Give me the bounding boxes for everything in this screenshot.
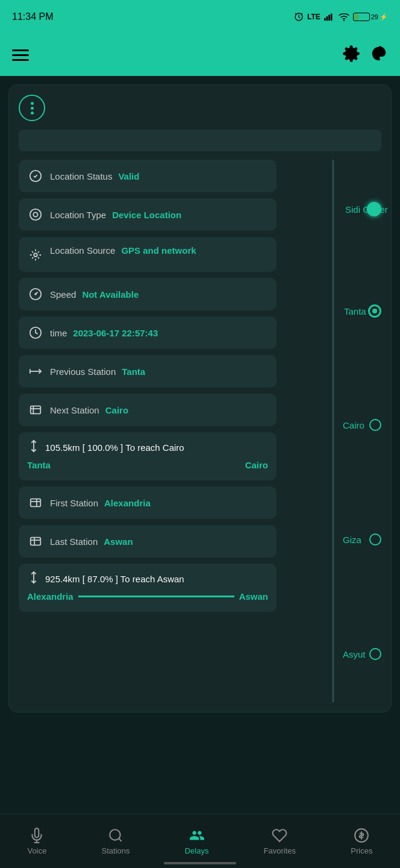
bottom-nav: Voice Stations Delays Favorites Prices — [0, 814, 400, 868]
nav-voice[interactable]: Voice — [18, 822, 57, 860]
time-row: time 2023-06-17 22:57:43 — [19, 316, 277, 349]
svg-rect-2 — [326, 16, 328, 20]
nav-voice-label: Voice — [28, 846, 47, 855]
previous-station-icon — [27, 363, 44, 380]
location-type-label: Location Type — [50, 210, 106, 220]
svg-point-5 — [343, 20, 345, 21]
nav-stations-label: Stations — [102, 846, 130, 855]
svg-point-8 — [33, 212, 37, 216]
distance-cairo-icon — [27, 439, 40, 455]
svg-rect-15 — [31, 406, 41, 414]
first-station-label: First Station — [50, 498, 98, 508]
station-dot-giza — [369, 533, 381, 546]
station-name-cairo: Cairo — [343, 420, 364, 430]
theme-button[interactable] — [370, 45, 388, 65]
card-header — [19, 95, 381, 121]
app-header — [0, 34, 400, 76]
previous-station-label: Previous Station — [50, 366, 116, 377]
nav-delays-label: Delays — [185, 846, 209, 855]
favorites-icon — [271, 827, 288, 844]
svg-line-19 — [119, 838, 122, 841]
location-type-icon — [27, 206, 44, 223]
station-tanta: Tanta — [285, 304, 381, 318]
speed-row: Speed Not Available — [19, 278, 277, 310]
last-station-label: Last Station — [50, 536, 98, 547]
nav-delays[interactable]: Delays — [175, 822, 219, 860]
location-source-row: Location Source GPS and network — [19, 237, 277, 272]
first-station-row: First Station Alexandria — [19, 486, 277, 519]
nav-prices[interactable]: Prices — [341, 822, 382, 860]
distance-aswan-to: Aswan — [239, 591, 268, 602]
delays-icon — [189, 827, 205, 844]
svg-rect-3 — [328, 14, 330, 20]
distance-aswan-row: 925.4km [ 87.0% ] To reach Aswan Alexand… — [19, 564, 277, 612]
info-column: Location Status Valid Location Type Devi… — [19, 160, 277, 702]
last-station-icon — [27, 533, 44, 550]
svg-rect-4 — [331, 14, 333, 21]
location-type-row: Location Type Device Location — [19, 198, 277, 231]
next-station-row: Next Station Cairo — [19, 394, 277, 426]
nav-stations[interactable]: Stations — [92, 822, 140, 860]
svg-rect-17 — [31, 538, 41, 546]
location-status-icon — [27, 168, 44, 184]
next-station-value: Cairo — [105, 405, 128, 415]
distance-aswan-text: 925.4km [ 87.0% ] To reach Aswan — [45, 574, 184, 584]
speed-icon — [27, 286, 44, 303]
menu-button[interactable] — [12, 49, 29, 61]
station-sidi-gaber: Sidi Gaber — [285, 202, 381, 216]
station-name-asyut: Asyut — [343, 649, 366, 659]
nav-prices-label: Prices — [351, 846, 372, 855]
prices-icon — [353, 827, 370, 844]
settings-button[interactable] — [342, 45, 360, 65]
location-source-icon — [27, 247, 44, 263]
svg-rect-16 — [31, 499, 41, 507]
location-source-value: GPS and network — [121, 245, 196, 256]
first-station-icon — [27, 494, 44, 511]
last-station-value: Aswan — [104, 536, 133, 547]
previous-station-value: Tanta — [122, 366, 145, 377]
station-column: Sidi Gaber Tanta Cairo — [285, 160, 381, 702]
previous-station-row: Previous Station Tanta — [19, 355, 277, 388]
stations-icon — [107, 827, 124, 844]
speed-value: Not Available — [82, 289, 139, 300]
nav-favorites-label: Favorites — [264, 846, 296, 855]
station-name-sidi-gaber: Sidi Gaber — [345, 204, 388, 215]
status-icons: LTE 29 ⚡ — [294, 12, 388, 22]
time-icon — [27, 324, 44, 341]
distance-aswan-icon — [27, 571, 40, 587]
location-source-label: Location Source — [50, 245, 115, 256]
status-time: 11:34 PM — [12, 11, 53, 22]
main-content: Location Status Valid Location Type Devi… — [0, 76, 400, 814]
location-status-label: Location Status — [50, 171, 112, 181]
svg-rect-1 — [324, 18, 326, 21]
station-name-tanta: Tanta — [344, 306, 366, 316]
next-station-icon — [27, 401, 44, 418]
nav-favorites[interactable]: Favorites — [254, 822, 305, 860]
three-dots-button[interactable] — [19, 95, 45, 121]
distance-aswan-from: Alexandria — [27, 591, 73, 602]
location-status-value: Valid — [118, 171, 139, 181]
home-indicator — [164, 862, 236, 864]
top-collapsed-bar — [19, 130, 381, 151]
station-dot-asyut — [369, 648, 381, 660]
distance-cairo-text: 105.5km [ 100.0% ] To reach Cairo — [45, 442, 184, 453]
last-station-row: Last Station Aswan — [19, 525, 277, 558]
time-value: 2023-06-17 22:57:43 — [73, 328, 158, 338]
svg-point-11 — [35, 294, 36, 295]
first-station-value: Alexandria — [104, 498, 151, 508]
voice-icon — [28, 827, 45, 844]
next-station-label: Next Station — [50, 405, 99, 415]
svg-point-18 — [110, 829, 120, 840]
info-card: Location Status Valid Location Type Devi… — [8, 84, 392, 712]
station-dot-tanta — [368, 304, 381, 318]
station-cairo: Cairo — [285, 419, 381, 431]
location-type-value: Device Location — [112, 210, 181, 220]
station-asyut: Asyut — [285, 648, 381, 660]
svg-point-7 — [30, 209, 41, 220]
distance-cairo-to: Cairo — [245, 460, 268, 470]
station-name-giza: Giza — [343, 535, 361, 545]
battery-percent: 29 — [371, 13, 378, 20]
time-label: time — [50, 328, 67, 338]
distance-cairo-row: 105.5km [ 100.0% ] To reach Cairo Tanta … — [19, 432, 277, 480]
location-status-row: Location Status Valid — [19, 160, 277, 192]
